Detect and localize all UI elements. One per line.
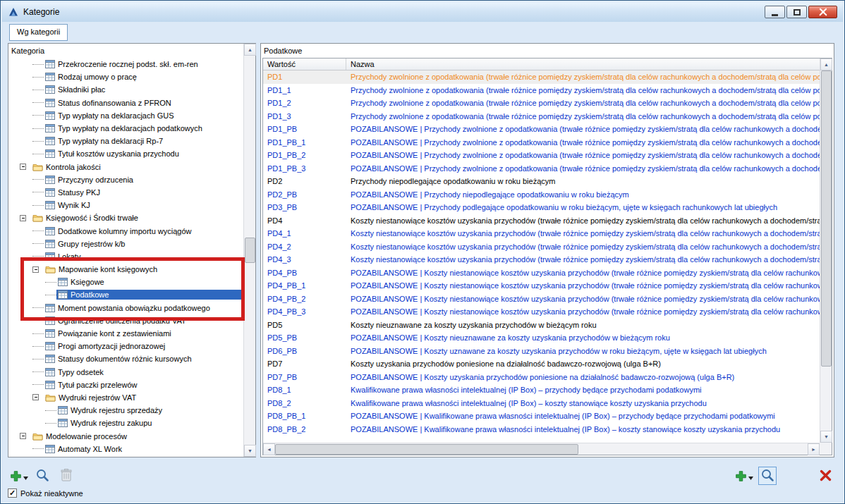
tree-item[interactable]: Powiązanie kont z zestawieniami	[8, 327, 243, 340]
table-row[interactable]: PD3_PB POZABILANSOWE | Przychody podlega…	[263, 201, 820, 214]
expand-minus-icon[interactable]	[20, 215, 26, 221]
table-row[interactable]: PD4_PB_3 POZABILANSOWE | Koszty niestano…	[263, 305, 820, 319]
table-row[interactable]: PD1 Przychody zwolnione z opodatkowania …	[263, 70, 820, 84]
table-row[interactable]: PD8_2 Kwalifikowane prawa własności inte…	[263, 397, 820, 410]
tree-item[interactable]: Lokaty	[8, 250, 243, 263]
table-row[interactable]: PD1_PB_1 POZABILANSOWE | Przychody zwoln…	[263, 136, 820, 149]
tree-item[interactable]: Wydruki rejestrów VAT	[8, 391, 243, 404]
tree-item[interactable]: Ograniczenie odliczenia podatku VAT	[8, 314, 243, 327]
tree-item[interactable]: Przyczyny odrzucenia	[8, 173, 243, 186]
minimize-button[interactable]	[765, 6, 785, 18]
tree-item[interactable]: Wydruk rejestru zakupu	[8, 417, 243, 429]
tree-scrollbar[interactable]: ▲ ▼	[243, 44, 255, 457]
titlebar[interactable]: Kategorie	[2, 2, 843, 22]
tree-item[interactable]: Typ wypłaty na deklaracjach podatkowych	[8, 122, 243, 135]
table-row[interactable]: PD8_1 Kwalifikowane prawa własności inte…	[263, 383, 820, 397]
tree-item[interactable]: Progi amortyzacji jednorazowej	[8, 340, 243, 352]
scroll-down-icon[interactable]: ▼	[244, 445, 256, 457]
show-inactive[interactable]: ✓ Pokaż nieaktywne	[8, 488, 83, 498]
scroll-up-icon[interactable]: ▲	[820, 59, 832, 70]
tree-item[interactable]: Moment powstania obowiązku podatkowego	[8, 302, 243, 314]
scroll-right-icon[interactable]: ►	[808, 443, 820, 455]
table-row[interactable]: PD8_PB_1 POZABILANSOWE | Kwalifikowane p…	[263, 410, 820, 423]
tree-item[interactable]: Wynik KJ	[8, 199, 243, 211]
tree-item-label: Statusy dokumentów różnic kursowych	[58, 355, 192, 363]
table-row[interactable]: PD8_PB_2 POZABILANSOWE | Kwalifikowane p…	[263, 423, 820, 436]
table-row[interactable]: PD5_PB POZABILANSOWE | Koszty nieuznawan…	[263, 331, 820, 345]
row-value: PD4_PB	[263, 266, 346, 280]
table-hscrollbar[interactable]: ◄ ►	[263, 443, 820, 455]
tree-item-label: Powiązanie kont z zestawieniami	[58, 329, 171, 338]
add-value-button[interactable]	[734, 467, 753, 485]
tree-item[interactable]: Mapowanie kont księgowych	[8, 263, 243, 276]
table-vscrollbar[interactable]: ▲ ▼	[820, 59, 832, 443]
tree-item[interactable]: Statusy PKJ	[8, 186, 243, 199]
edit-value-button[interactable]	[758, 467, 777, 485]
table-row[interactable]: PD1_PB POZABILANSOWE | Przychody zwolnio…	[263, 123, 820, 136]
tree-item[interactable]: Typy odsetek	[8, 366, 243, 379]
scroll-down-icon[interactable]: ▼	[820, 431, 832, 443]
tree-item[interactable]: Statusy dokumentów różnic kursowych	[8, 352, 243, 365]
expand-minus-icon[interactable]	[32, 266, 39, 273]
table-row[interactable]: PD1_PB_2 POZABILANSOWE | Przychody zwoln…	[263, 149, 820, 162]
table-row[interactable]: PD7 Koszty uzyskania przychodów poniesio…	[263, 357, 820, 371]
tab-wg-kategorii[interactable]: Wg kategorii	[9, 24, 68, 41]
table-row[interactable]: PD1_3 Przychody zwolnione z opodatkowani…	[263, 110, 820, 123]
tree-item[interactable]: Tytuł kosztów uzyskania przychodu	[8, 147, 243, 160]
tree-item[interactable]: Rodzaj umowy o pracę	[8, 70, 243, 83]
expand-minus-icon[interactable]	[32, 394, 39, 400]
table-row[interactable]: PD5 Koszty nieuznawane za koszty uzyskan…	[263, 319, 820, 332]
table-row[interactable]: PD4_PB_1 POZABILANSOWE | Koszty niestano…	[263, 279, 820, 293]
column-header-nazwa[interactable]: Nazwa	[346, 59, 820, 70]
row-name: POZABILANSOWE | Przychody niepodlegające…	[346, 188, 820, 202]
tree-item[interactable]: Podatkowe	[8, 288, 243, 301]
table-row[interactable]: PD1_PB_3 POZABILANSOWE | Przychody zwoln…	[263, 162, 820, 176]
tree-item[interactable]: Automaty XL Work	[8, 443, 243, 455]
expand-minus-icon[interactable]	[20, 433, 26, 439]
tree-item[interactable]: Księgowość i Środki trwałe	[8, 211, 243, 224]
table-row[interactable]: PD4_3 Koszty niestanowiące kosztów uzysk…	[263, 253, 820, 266]
table-row[interactable]: PD2_PB POZABILANSOWE | Przychody niepodl…	[263, 188, 820, 202]
tree-item[interactable]: Grupy rejestrów k/b	[8, 238, 243, 250]
edit-category-button[interactable]	[33, 467, 51, 485]
table-row[interactable]: PD1_1 Przychody zwolnione z opodatkowani…	[263, 84, 820, 97]
table-hscroll-thumb[interactable]	[275, 444, 578, 455]
tree-item[interactable]: Wydruk rejestru sprzedaży	[8, 404, 243, 417]
table-icon	[45, 60, 55, 68]
table-row[interactable]: PD4 Koszty niestanowiące kosztów uzyskan…	[263, 214, 820, 228]
table-row[interactable]: PD4_1 Koszty niestanowiące kosztów uzysk…	[263, 227, 820, 240]
scroll-left-icon[interactable]: ◄	[263, 443, 275, 455]
tree-item[interactable]: Kontrola jakości	[8, 161, 243, 173]
close-button[interactable]	[808, 6, 837, 18]
kategorie-window: Kategorie Wg kategorii Kategoria Przekro…	[0, 0, 845, 504]
close-window-button[interactable]	[816, 467, 834, 485]
tree-item-label: Przyczyny odrzucenia	[58, 176, 133, 184]
tree-item[interactable]: Typ wypłaty na deklaracjach GUS	[8, 109, 243, 122]
tree-item[interactable]: Typ wypłaty na deklaracji Rp-7	[8, 135, 243, 147]
table-row[interactable]: PD7_PB POZABILANSOWE | Koszty uzyskania …	[263, 371, 820, 384]
scroll-up-icon[interactable]: ▲	[244, 44, 256, 56]
add-category-button[interactable]	[9, 467, 28, 485]
tree-item[interactable]: Składniki płac	[8, 83, 243, 96]
expand-minus-icon[interactable]	[20, 164, 26, 170]
row-value: PD4_2	[263, 240, 346, 254]
tree-item[interactable]: Księgowe	[8, 276, 243, 288]
table-vscroll-thumb[interactable]	[821, 70, 832, 367]
tree-scroll-thumb[interactable]	[245, 238, 255, 263]
tree-item[interactable]: Dodatkowe kolumny importu wyciągów	[8, 224, 243, 237]
table-row[interactable]: PD4_PB POZABILANSOWE | Koszty niestanowi…	[263, 266, 820, 280]
maximize-button[interactable]	[786, 6, 807, 18]
table-row[interactable]: PD1_2 Przychody zwolnione z opodatkowani…	[263, 97, 820, 110]
delete-category-button[interactable]	[57, 467, 75, 485]
table-row[interactable]: PD4_2 Koszty niestanowiące kosztów uzysk…	[263, 240, 820, 254]
tree-item[interactable]: Modelowanie procesów	[8, 429, 243, 442]
table-row[interactable]: PD2 Przychody niepodlegające opodatkowan…	[263, 175, 820, 188]
tree-item[interactable]: Status dofinansowania z PFRON	[8, 97, 243, 109]
table-icon	[45, 99, 55, 107]
tree-item[interactable]: Tytuł paczki przelewów	[8, 379, 243, 391]
checkbox-icon[interactable]: ✓	[8, 488, 17, 498]
table-row[interactable]: PD6_PB POZABILANSOWE | Koszty uznawane z…	[263, 345, 820, 358]
table-row[interactable]: PD4_PB_2 POZABILANSOWE | Koszty niestano…	[263, 293, 820, 306]
column-header-wartosc[interactable]: Wartość	[263, 59, 346, 70]
tree-item[interactable]: Przekroczenie rocznej podst. skł. em-ren	[8, 58, 243, 70]
